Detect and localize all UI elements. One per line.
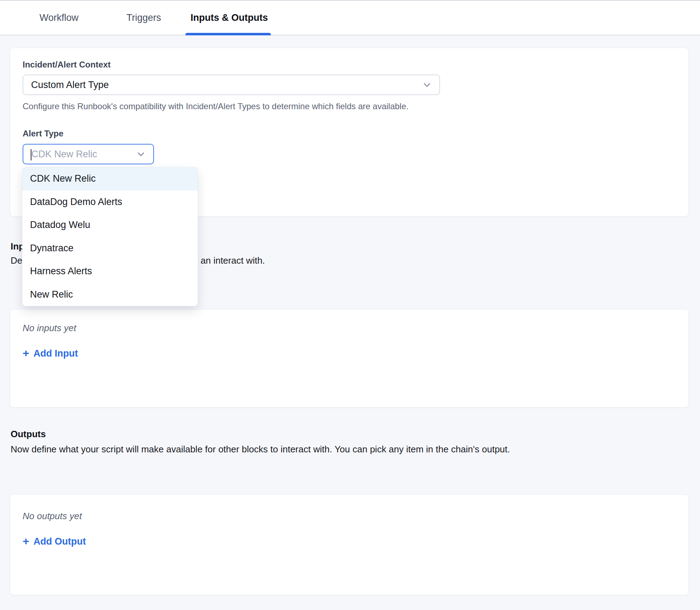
chevron-down-icon (136, 149, 146, 159)
tab-workflow[interactable]: Workflow (39, 1, 79, 35)
inputs-card: No inputs yet + Add Input (10, 309, 689, 407)
plus-icon: + (23, 535, 29, 547)
outputs-empty-text: No outputs yet (23, 511, 82, 522)
dropdown-option-datadog-welu[interactable]: Datadog Welu (22, 213, 198, 237)
outputs-description: Now define what your script will make av… (11, 444, 510, 455)
runbook-editor-page: Workflow Triggers Inputs & Outputs Incid… (0, 0, 700, 610)
active-tab-indicator (185, 33, 271, 35)
tab-triggers[interactable]: Triggers (126, 1, 161, 35)
alert-type-label: Alert Type (23, 129, 64, 139)
inputs-empty-text: No inputs yet (23, 323, 76, 334)
add-output-button[interactable]: + Add Output (23, 536, 86, 547)
tab-bar: Workflow Triggers Inputs & Outputs (0, 0, 700, 35)
incident-context-select[interactable]: Custom Alert Type (23, 75, 440, 95)
alert-type-dropdown-list: CDK New Relic DataDog Demo Alerts Datado… (22, 167, 198, 306)
text-cursor (31, 149, 31, 160)
dropdown-option-datadog-demo-alerts[interactable]: DataDog Demo Alerts (22, 190, 198, 214)
alert-type-placeholder: CDK New Relic (31, 149, 97, 160)
plus-icon: + (23, 347, 29, 359)
alert-type-combobox[interactable]: CDK New Relic (23, 144, 154, 164)
dropdown-option-cdk-new-relic[interactable]: CDK New Relic (22, 167, 198, 190)
dropdown-option-dynatrace[interactable]: Dynatrace (22, 237, 198, 260)
incident-context-value: Custom Alert Type (31, 80, 109, 90)
outputs-heading: Outputs (11, 429, 46, 440)
outputs-card: No outputs yet + Add Output (10, 494, 689, 595)
inputs-description-right: an interact with. (201, 255, 265, 266)
dropdown-option-harness-alerts[interactable]: Harness Alerts (22, 260, 198, 283)
incident-context-label: Incident/Alert Context (23, 60, 111, 70)
dropdown-option-new-relic[interactable]: New Relic (22, 283, 198, 306)
add-input-label: Add Input (34, 348, 78, 359)
context-helper-text: Configure this Runbook's compatibility w… (23, 101, 409, 111)
inputs-description-left: De (11, 255, 22, 266)
tab-inputs-outputs[interactable]: Inputs & Outputs (191, 1, 267, 35)
add-input-button[interactable]: + Add Input (23, 348, 78, 359)
chevron-down-icon (422, 80, 432, 90)
add-output-label: Add Output (34, 536, 86, 547)
